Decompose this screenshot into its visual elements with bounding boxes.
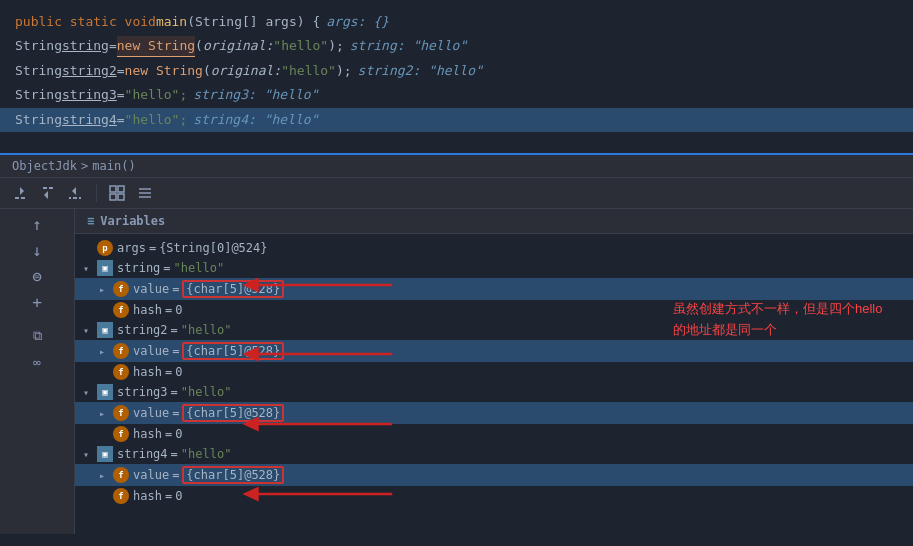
string2-value-val: {char[5]@528} — [182, 342, 284, 360]
type-string4: String — [15, 110, 62, 130]
icon-cube-string3: ▣ — [97, 384, 113, 400]
string3-value-name: value — [133, 406, 169, 420]
variables-panel: ≡ Variables p args = {String[0]@524} ▣ s… — [75, 209, 913, 534]
paren-open: ( — [195, 36, 203, 56]
paren-open2: ( — [203, 61, 211, 81]
step-into-button[interactable] — [38, 183, 58, 203]
hint-string2: string2: "hello" — [358, 61, 483, 81]
code-editor: public static void main(String[] args) {… — [0, 0, 913, 155]
icon-f-string-hash: f — [113, 302, 129, 318]
variables-content: p args = {String[0]@524} ▣ string = "hel… — [75, 234, 913, 534]
annotation-text: 虽然创建方式不一样，但是四个hello的地址都是同一个 — [673, 301, 882, 337]
paren-close2: ); — [336, 61, 352, 81]
svg-rect-1 — [118, 186, 124, 192]
expand-string2-value[interactable] — [99, 346, 113, 357]
string4-eq: = — [171, 447, 178, 461]
variables-icon: ≡ — [87, 214, 94, 228]
sidebar-down-button[interactable]: ↓ — [27, 240, 47, 260]
hint-args: args: {} — [326, 12, 389, 32]
string4-value: "hello" — [181, 447, 232, 461]
sidebar-add-button[interactable]: + — [27, 292, 47, 312]
sidebar-infinity-button[interactable]: ∞ — [27, 352, 47, 372]
string-eq: = — [163, 261, 170, 275]
step-over-button[interactable] — [10, 183, 30, 203]
string3-hash-val: 0 — [175, 427, 182, 441]
param-hint-original: original: — [203, 36, 273, 56]
string3-hash-name: hash — [133, 427, 162, 441]
str-hello-2: "hello" — [281, 61, 336, 81]
expand-string[interactable] — [83, 263, 97, 274]
var-string4: string4 — [62, 110, 117, 130]
expand-string4-value[interactable] — [99, 470, 113, 481]
var-string3: string3 — [62, 85, 117, 105]
type-string3: String — [15, 85, 62, 105]
var-row-string3[interactable]: ▣ string3 = "hello" — [75, 382, 913, 402]
string-value-eq: = — [172, 282, 179, 296]
string3-value-eq: = — [172, 406, 179, 420]
string4-value-name: value — [133, 468, 169, 482]
string3-hash-eq: = — [165, 427, 172, 441]
list-view-button[interactable] — [135, 183, 155, 203]
var-row-string-value[interactable]: f value = {char[5]@528} — [75, 278, 913, 300]
expand-string-value[interactable] — [99, 284, 113, 295]
expand-string4[interactable] — [83, 449, 97, 460]
expand-string3-value[interactable] — [99, 408, 113, 419]
svg-rect-0 — [110, 186, 116, 192]
var-row-args[interactable]: p args = {String[0]@524} — [75, 238, 913, 258]
params: (String[] args) { — [187, 12, 320, 32]
assign-op2: = — [117, 61, 125, 81]
var-row-string3-value[interactable]: f value = {char[5]@528} — [75, 402, 913, 424]
expand-string3[interactable] — [83, 387, 97, 398]
paren-close: ); — [328, 36, 344, 56]
new-string-highlight: new String — [117, 36, 195, 57]
str-hello-3: "hello"; — [125, 85, 188, 105]
toolbar-separator-1 — [96, 184, 97, 202]
hint-string3: string3: "hello" — [193, 85, 318, 105]
variables-title: Variables — [100, 214, 165, 228]
icon-f-string2-hash: f — [113, 364, 129, 380]
sidebar-filter-button[interactable]: ⊜ — [27, 266, 47, 286]
grid-view-button[interactable] — [107, 183, 127, 203]
string2-value-eq: = — [172, 344, 179, 358]
string4-hash-val: 0 — [175, 489, 182, 503]
string-name: string — [117, 261, 160, 275]
code-line-5: String string4 = "hello"; string4: "hell… — [0, 108, 913, 132]
code-line-3: String string2 = new String( original: "… — [0, 59, 913, 83]
string2-hash-name: hash — [133, 365, 162, 379]
icon-cube-string4: ▣ — [97, 446, 113, 462]
var-row-string[interactable]: ▣ string = "hello" — [75, 258, 913, 278]
variables-header: ≡ Variables — [75, 209, 913, 234]
str-hello-4: "hello"; — [125, 110, 188, 130]
var-row-string4-hash[interactable]: f hash = 0 — [75, 486, 913, 506]
debug-toolbar — [0, 178, 913, 209]
step-out-button[interactable] — [66, 183, 86, 203]
sidebar-copy-button[interactable]: ⧉ — [27, 326, 47, 346]
icon-cube-string: ▣ — [97, 260, 113, 276]
var-row-string2-value[interactable]: f value = {char[5]@528} — [75, 340, 913, 362]
string3-value-val: {char[5]@528} — [182, 404, 284, 422]
args-name: args — [117, 241, 146, 255]
var-row-string4-value[interactable]: f value = {char[5]@528} — [75, 464, 913, 486]
svg-rect-3 — [118, 194, 124, 200]
breadcrumb-root[interactable]: ObjectJdk — [12, 159, 77, 173]
icon-cube-string2: ▣ — [97, 322, 113, 338]
string4-hash-eq: = — [165, 489, 172, 503]
string2-eq: = — [171, 323, 178, 337]
string2-value: "hello" — [181, 323, 232, 337]
param-hint-original2: original: — [211, 61, 281, 81]
var-row-string4[interactable]: ▣ string4 = "hello" — [75, 444, 913, 464]
debug-panel: ↑ ↓ ⊜ + ⧉ ∞ ≡ Variables p args = — [0, 209, 913, 534]
method-name: main — [156, 12, 187, 32]
expand-string2[interactable] — [83, 325, 97, 336]
type-string2: String — [15, 61, 62, 81]
code-line-1: public static void main(String[] args) {… — [0, 10, 913, 34]
string-hash-val: 0 — [175, 303, 182, 317]
string2-hash-eq: = — [165, 365, 172, 379]
hint-string4: string4: "hello" — [193, 110, 318, 130]
breadcrumb-method[interactable]: main() — [92, 159, 135, 173]
string-value-val: {char[5]@528} — [182, 280, 284, 298]
var-row-string2-hash[interactable]: f hash = 0 — [75, 362, 913, 382]
sidebar-up-button[interactable]: ↑ — [27, 214, 47, 234]
var-row-string3-hash[interactable]: f hash = 0 — [75, 424, 913, 444]
app-container: public static void main(String[] args) {… — [0, 0, 913, 546]
